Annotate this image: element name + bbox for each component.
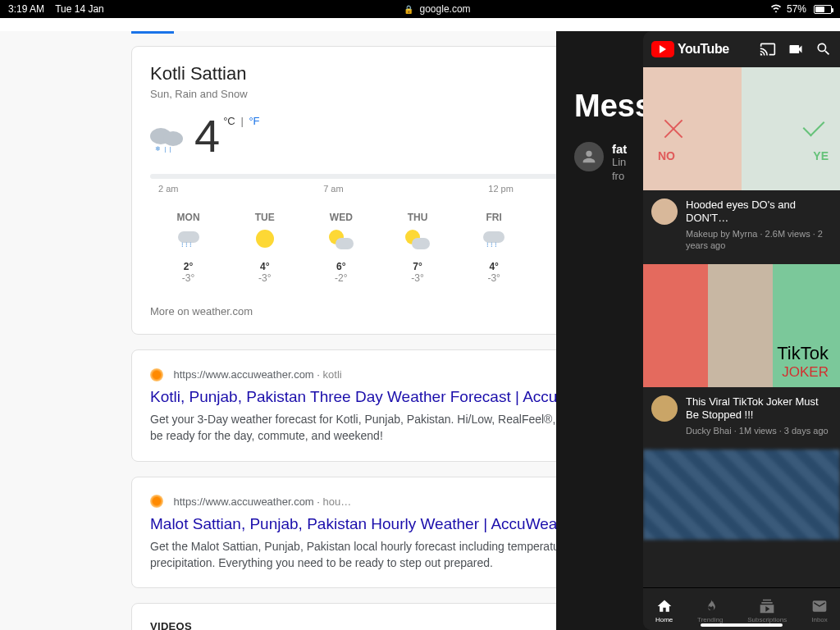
video-thumbnail[interactable] — [643, 450, 840, 540]
youtube-play-icon — [651, 41, 674, 57]
home-indicator[interactable] — [701, 623, 783, 627]
video-title: This Viral TikTok Joker Must Be Stopped … — [686, 395, 832, 422]
contact-name: fat — [612, 142, 627, 156]
video-item[interactable]: Hooded eyes DO's and DON'T… Makeup by My… — [643, 190, 840, 264]
temp-units[interactable]: °C | °F — [223, 115, 259, 127]
weather-day-icon — [176, 230, 202, 254]
message-preview: Linfro — [612, 156, 627, 184]
channel-avatar-icon[interactable] — [651, 395, 678, 422]
video-meta: Makeup by Myrna · 2.6M views · 2 years a… — [686, 228, 832, 252]
nav-inbox[interactable]: Inbox — [811, 598, 828, 623]
video-meta: Ducky Bhai · 1M views · 3 days ago — [686, 425, 832, 436]
ios-status-bar: 3:19 AM Tue 14 Jan 🔒 google.com 57% — [0, 0, 840, 18]
weather-day-icon — [404, 230, 431, 254]
youtube-header: YouTube — [643, 31, 840, 67]
weather-day-icon — [481, 230, 507, 254]
status-time: 3:19 AM — [8, 3, 44, 15]
accuweather-favicon-icon — [150, 368, 163, 381]
channel-avatar-icon[interactable] — [651, 199, 678, 225]
weather-current-temp: 4 — [194, 113, 220, 159]
camera-icon[interactable] — [788, 41, 804, 57]
youtube-feed[interactable]: NO YE Hooded eyes DO's and DON'T… Makeup… — [643, 67, 840, 587]
youtube-bottom-nav: Home Trending Subscriptions Inbox — [643, 587, 840, 630]
forecast-day[interactable]: WED6°-2° — [303, 207, 379, 294]
video-thumbnail[interactable]: NO YE — [643, 67, 840, 190]
nav-subscriptions[interactable]: Subscriptions — [747, 598, 787, 623]
result-url: https://www.accuweather.com · hou… — [173, 495, 351, 508]
nav-home[interactable]: Home — [655, 598, 673, 623]
battery-percent: 57% — [787, 3, 806, 15]
youtube-logo[interactable]: YouTube — [651, 41, 729, 57]
forecast-day[interactable]: TUE4°-3° — [226, 207, 303, 294]
video-thumbnail[interactable]: TikTok JOKER — [643, 264, 840, 387]
forecast-day[interactable]: FRI4°-3° — [456, 207, 532, 294]
weather-day-icon — [252, 230, 278, 254]
video-item[interactable]: This Viral TikTok Joker Must Be Stopped … — [643, 387, 840, 450]
nav-trending[interactable]: Trending — [697, 598, 723, 623]
cast-icon[interactable] — [760, 41, 776, 57]
contact-avatar-icon — [574, 142, 604, 171]
accuweather-favicon-icon — [150, 495, 163, 508]
search-icon[interactable] — [815, 41, 832, 57]
status-date: Tue 14 Jan — [55, 3, 104, 15]
battery-icon — [811, 5, 832, 14]
weather-now-icon: ❄︎ | | — [150, 125, 186, 149]
video-title: Hooded eyes DO's and DON'T… — [686, 199, 832, 226]
tab-indicator — [131, 31, 174, 34]
lock-icon: 🔒 — [404, 5, 413, 14]
weather-day-icon — [328, 230, 354, 254]
wifi-icon — [770, 3, 782, 15]
result-url: https://www.accuweather.com · kotli — [173, 368, 341, 381]
forecast-day[interactable]: MON2°-3° — [150, 207, 226, 294]
url-domain[interactable]: google.com — [420, 3, 471, 15]
youtube-slideover[interactable]: YouTube NO YE Hooded eyes DO's and DON'T… — [643, 31, 840, 630]
forecast-day[interactable]: THU7°-3° — [379, 207, 455, 294]
